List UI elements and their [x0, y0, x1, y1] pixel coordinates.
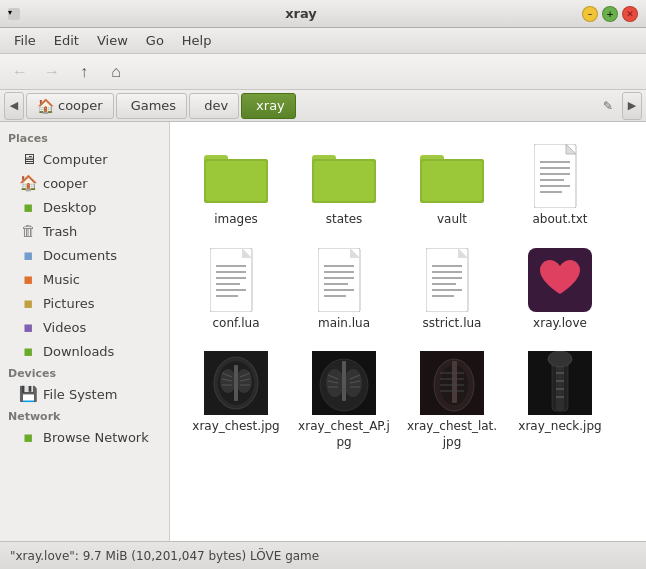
folder-icon: [312, 144, 376, 208]
sidebar-item-documents[interactable]: ▪ Documents: [3, 243, 166, 267]
list-item[interactable]: about.txt: [510, 138, 610, 234]
sidebar-item-label: File System: [43, 387, 117, 402]
forward-button[interactable]: →: [38, 58, 66, 86]
sidebar-item-network[interactable]: ▪ Browse Network: [3, 425, 166, 449]
photo-thumbnail: [312, 351, 376, 415]
pathbar: ◀ 🏠 cooper Games dev xray ✎ ▶: [0, 90, 646, 122]
sidebar-item-filesystem[interactable]: 💾 File System: [3, 382, 166, 406]
list-item[interactable]: xray_chest_lat.jpg: [402, 345, 502, 456]
path-crumb-label: dev: [204, 98, 228, 113]
file-name: vault: [437, 212, 467, 228]
list-item[interactable]: xray.love: [510, 242, 610, 338]
sidebar-item-videos[interactable]: ▪ Videos: [3, 315, 166, 339]
svg-point-50: [236, 369, 252, 393]
path-crumb-label: cooper: [58, 98, 103, 113]
folder-icon: [204, 144, 268, 208]
downloads-folder-icon: ▪: [19, 342, 37, 360]
path-crumb-dev[interactable]: dev: [189, 93, 239, 119]
places-header: Places: [0, 128, 169, 147]
text-file-icon: [420, 248, 484, 312]
file-name: images: [214, 212, 258, 228]
file-name: about.txt: [533, 212, 588, 228]
close-button[interactable]: ✕: [622, 6, 638, 22]
sidebar-item-home[interactable]: 🏠 cooper: [3, 171, 166, 195]
filesystem-icon: 💾: [19, 385, 37, 403]
toolbar: ← → ↑ ⌂: [0, 54, 646, 90]
sidebar-item-label: Music: [43, 272, 80, 287]
sidebar-item-desktop[interactable]: ▪ Desktop: [3, 195, 166, 219]
svg-point-61: [344, 369, 362, 397]
menu-help[interactable]: Help: [174, 31, 220, 50]
network-icon: ▪: [19, 428, 37, 446]
path-edit-button[interactable]: ✎: [596, 93, 620, 119]
menu-go[interactable]: Go: [138, 31, 172, 50]
love-file-icon: [528, 248, 592, 312]
list-item[interactable]: main.lua: [294, 242, 394, 338]
path-forward-arrow[interactable]: ▶: [622, 92, 642, 120]
window-title: xray: [20, 6, 582, 21]
file-area: images states: [170, 122, 646, 541]
menu-file[interactable]: File: [6, 31, 44, 50]
photo-thumbnail: [204, 351, 268, 415]
videos-folder-icon: ▪: [19, 318, 37, 336]
sidebar-item-label: Browse Network: [43, 430, 149, 445]
pictures-folder-icon: ▪: [19, 294, 37, 312]
svg-rect-51: [234, 365, 238, 401]
path-crumb-games[interactable]: Games: [116, 93, 187, 119]
sidebar-item-label: Pictures: [43, 296, 94, 311]
text-file-icon: [312, 248, 376, 312]
back-button[interactable]: ←: [6, 58, 34, 86]
minimize-button[interactable]: –: [582, 6, 598, 22]
sidebar-item-label: Documents: [43, 248, 117, 263]
sidebar-item-label: Desktop: [43, 200, 97, 215]
list-item[interactable]: images: [186, 138, 286, 234]
sidebar-item-label: Videos: [43, 320, 86, 335]
devices-header: Devices: [0, 363, 169, 382]
home-icon: 🏠: [37, 98, 54, 114]
titlebar: ▾ xray – + ✕: [0, 0, 646, 28]
sidebar-item-trash[interactable]: 🗑 Trash: [3, 219, 166, 243]
sidebar-item-downloads[interactable]: ▪ Downloads: [3, 339, 166, 363]
list-item[interactable]: xray_chest.jpg: [186, 345, 286, 456]
sidebar-item-music[interactable]: ▪ Music: [3, 267, 166, 291]
photo-thumbnail: [528, 351, 592, 415]
up-button[interactable]: ↑: [70, 58, 98, 86]
titlebar-menu[interactable]: ▾: [8, 8, 20, 20]
sidebar-item-label: Computer: [43, 152, 108, 167]
list-item[interactable]: conf.lua: [186, 242, 286, 338]
svg-point-60: [326, 369, 344, 397]
list-item[interactable]: sstrict.lua: [402, 242, 502, 338]
sidebar-item-computer[interactable]: 🖥 Computer: [3, 147, 166, 171]
sidebar: Places 🖥 Computer 🏠 cooper ▪ Desktop 🗑 T…: [0, 122, 170, 541]
path-crumb-xray[interactable]: xray: [241, 93, 296, 119]
sidebar-item-label: Downloads: [43, 344, 114, 359]
maximize-button[interactable]: +: [602, 6, 618, 22]
window-menu-icon[interactable]: ▾: [8, 8, 20, 20]
home-icon: 🏠: [19, 174, 37, 192]
status-text: "xray.love": 9.7 MiB (10,201,047 bytes) …: [10, 549, 319, 563]
svg-rect-62: [342, 361, 346, 401]
home-button[interactable]: ⌂: [102, 58, 130, 86]
sidebar-item-label: cooper: [43, 176, 88, 191]
list-item[interactable]: xray_chest_AP.jpg: [294, 345, 394, 456]
menu-view[interactable]: View: [89, 31, 136, 50]
text-file-icon: [204, 248, 268, 312]
file-name: states: [326, 212, 363, 228]
path-crumb-cooper[interactable]: 🏠 cooper: [26, 93, 114, 119]
list-item[interactable]: vault: [402, 138, 502, 234]
file-name: sstrict.lua: [423, 316, 482, 332]
file-name: xray_chest_lat.jpg: [406, 419, 498, 450]
path-back-arrow[interactable]: ◀: [4, 92, 24, 120]
statusbar: "xray.love": 9.7 MiB (10,201,047 bytes) …: [0, 541, 646, 569]
menu-edit[interactable]: Edit: [46, 31, 87, 50]
file-name: xray_neck.jpg: [518, 419, 601, 435]
list-item[interactable]: states: [294, 138, 394, 234]
folder-icon: [420, 144, 484, 208]
trash-icon: 🗑: [19, 222, 37, 240]
sidebar-item-label: Trash: [43, 224, 77, 239]
list-item[interactable]: xray_neck.jpg: [510, 345, 610, 456]
computer-icon: 🖥: [19, 150, 37, 168]
svg-point-85: [548, 351, 572, 367]
file-name: xray.love: [533, 316, 587, 332]
sidebar-item-pictures[interactable]: ▪ Pictures: [3, 291, 166, 315]
